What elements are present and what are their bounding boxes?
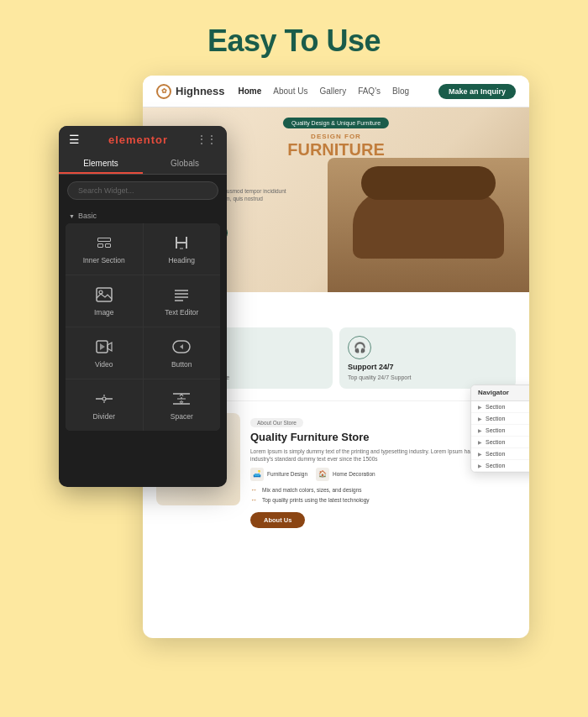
quality-bullet-1: ↔ Mix and match colors, sizes, and desig… xyxy=(250,486,516,494)
hero-badge: Quality Design & Unique Furniture xyxy=(283,118,389,128)
nav-item-1[interactable]: ▶ Section xyxy=(471,401,529,413)
nav-item-label-6: Section xyxy=(486,463,505,468)
service-name-support: Support 24/7 xyxy=(348,363,507,371)
widget-text-editor[interactable]: Text Editor xyxy=(144,275,221,327)
nav-item-label-2: Section xyxy=(486,416,505,421)
nav-link-home[interactable]: Home xyxy=(239,86,262,96)
heading-icon xyxy=(174,233,189,252)
service-icon-headset: 🎧 xyxy=(348,336,371,359)
feature-decoration: 🏠 Home Decoration xyxy=(316,468,375,481)
quality-bullet-2: ↔ Top quality prints using the latest te… xyxy=(250,496,516,504)
service-card-support: 🎧 Support 24/7 Top quality 24/7 Support xyxy=(339,327,516,389)
elementor-tabs: Elements Globals xyxy=(59,153,227,175)
nav-item-6[interactable]: ▶ Section xyxy=(471,460,529,472)
feature-furniture: 🛋️ Furniture Design xyxy=(250,468,307,481)
nav-links: Home About Us Gallery FAQ's Blog xyxy=(239,86,410,96)
brand-name: Highness xyxy=(176,85,225,97)
nav-item-5[interactable]: ▶ Section xyxy=(471,448,529,460)
sofa-shape xyxy=(353,191,504,259)
nav-item-2[interactable]: ▶ Section xyxy=(471,413,529,425)
widget-label-video: Video xyxy=(95,360,113,369)
sofa-illustration xyxy=(328,158,529,292)
browser-navbar: ✿ Highness Home About Us Gallery FAQ's B… xyxy=(143,76,529,107)
svg-rect-4 xyxy=(97,288,112,301)
widget-label-heading: Heading xyxy=(168,256,195,264)
divider-icon xyxy=(95,390,113,408)
bullet-arrow-1: ↔ xyxy=(250,486,257,494)
nav-item-4[interactable]: ▶ Section xyxy=(471,437,529,448)
button-icon xyxy=(172,338,191,356)
elementor-header: ☰ elementor ⋮⋮ xyxy=(59,126,227,153)
brand-logo: ✿ Highness xyxy=(156,84,225,99)
hamburger-icon[interactable]: ☰ xyxy=(69,133,80,146)
navigator-header: Navigator ✕ xyxy=(471,385,529,401)
elementor-logo: elementor xyxy=(108,133,168,146)
nav-triangle-2: ▶ xyxy=(478,416,482,421)
feature-label-furniture: Furniture Design xyxy=(267,471,307,477)
nav-link-faq[interactable]: FAQ's xyxy=(358,86,381,96)
section-arrow-icon: ▼ xyxy=(69,213,75,219)
navigator-popup: Navigator ✕ ▶ Section ▶ Section ▶ Sectio… xyxy=(470,385,529,473)
feature-label-decoration: Home Decoration xyxy=(333,471,375,477)
about-us-button[interactable]: About Us xyxy=(250,512,305,528)
widget-video[interactable]: Video xyxy=(66,327,143,379)
widget-heading[interactable]: Heading xyxy=(144,223,221,275)
widget-divider[interactable]: Divider xyxy=(66,379,143,431)
service-desc-support: Top quality 24/7 Support xyxy=(348,374,507,380)
bullet-text-2: Top quality prints using the latest tech… xyxy=(262,497,370,503)
nav-triangle-1: ▶ xyxy=(478,404,482,410)
text-editor-icon xyxy=(173,285,190,304)
logo-icon: ✿ xyxy=(156,84,171,99)
svg-marker-11 xyxy=(100,343,105,350)
nav-triangle-3: ▶ xyxy=(478,427,482,433)
grid-icon[interactable]: ⋮⋮ xyxy=(197,133,217,145)
nav-triangle-5: ▶ xyxy=(478,451,482,457)
widget-label-button: Button xyxy=(171,360,192,369)
widget-label-image: Image xyxy=(94,308,114,317)
search-input[interactable] xyxy=(67,181,218,200)
svg-point-14 xyxy=(102,397,106,400)
feature-icon-sofa: 🛋️ xyxy=(250,468,264,481)
bullet-arrow-2: ↔ xyxy=(250,496,257,504)
section-label-text: Basic xyxy=(78,212,97,220)
tab-globals[interactable]: Globals xyxy=(143,153,227,174)
nav-item-3[interactable]: ▶ Section xyxy=(471,425,529,437)
nav-triangle-6: ▶ xyxy=(478,463,482,468)
widget-label-spacer: Spacer xyxy=(171,412,193,421)
main-wrapper: ✿ Highness Home About Us Gallery FAQ's B… xyxy=(59,76,529,680)
navigator-title: Navigator xyxy=(478,389,509,396)
spacer-icon xyxy=(172,390,191,408)
inner-section-icon xyxy=(97,233,111,252)
widget-spacer[interactable]: Spacer xyxy=(144,379,221,431)
widget-label-divider: Divider xyxy=(93,412,115,421)
image-icon xyxy=(96,285,113,304)
page-title: Easy To Use xyxy=(207,24,381,59)
widgets-grid: Inner Section Heading xyxy=(66,223,220,431)
nav-link-blog[interactable]: Blog xyxy=(392,86,409,96)
sofa-back xyxy=(361,166,496,200)
video-icon xyxy=(96,338,113,356)
elementor-search-container xyxy=(59,175,227,207)
widget-button[interactable]: Button xyxy=(144,327,221,379)
nav-triangle-4: ▶ xyxy=(478,439,482,445)
widget-label-inner-section: Inner Section xyxy=(83,256,125,264)
nav-link-gallery[interactable]: Gallery xyxy=(319,86,346,96)
elementor-panel: ☰ elementor ⋮⋮ Elements Globals ▼ Basic xyxy=(59,126,227,487)
section-label-basic: ▼ Basic xyxy=(59,207,227,223)
quality-bullets: ↔ Mix and match colors, sizes, and desig… xyxy=(250,486,516,504)
widget-image[interactable]: Image xyxy=(66,275,143,327)
nav-item-label-3: Section xyxy=(486,427,505,433)
bullet-text-1: Mix and match colors, sizes, and designs xyxy=(262,487,362,493)
tab-elements[interactable]: Elements xyxy=(59,153,143,174)
widget-label-text-editor: Text Editor xyxy=(165,308,198,317)
nav-item-label-5: Section xyxy=(486,451,505,457)
quality-badge: About Our Store xyxy=(250,418,303,427)
nav-item-label-1: Section xyxy=(486,404,505,410)
nav-item-label-4: Section xyxy=(486,439,505,445)
nav-link-about[interactable]: About Us xyxy=(273,86,307,96)
feature-icon-home: 🏠 xyxy=(316,468,329,481)
widget-inner-section[interactable]: Inner Section xyxy=(66,223,143,275)
nav-inquiry-button[interactable]: Make an Inquiry xyxy=(438,84,516,99)
